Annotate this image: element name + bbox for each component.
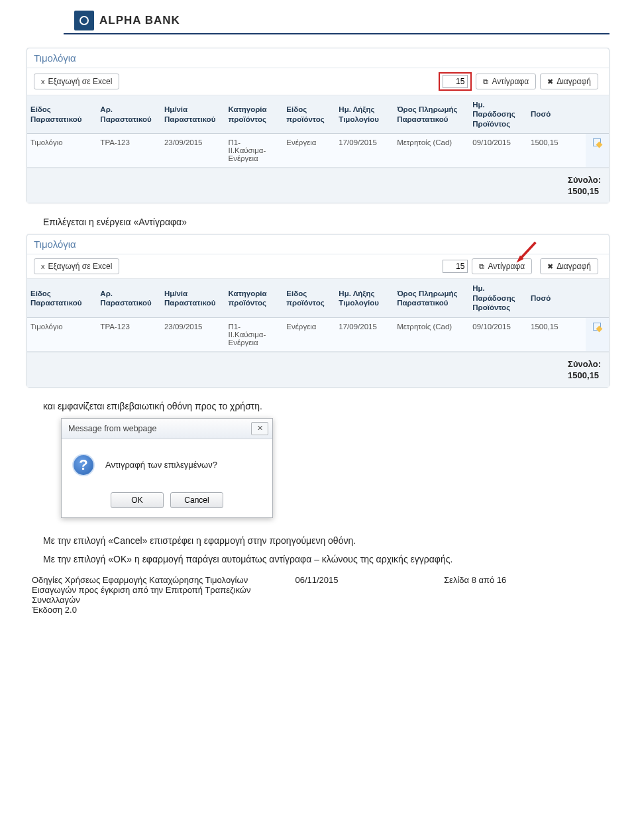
th-number[interactable]: Αρ. Παραστατικού	[97, 279, 161, 317]
edit-icon[interactable]	[593, 323, 601, 331]
footer-version: Έκδοση 2.0	[32, 605, 272, 615]
delete-label: Διαγραφή	[556, 262, 591, 271]
th-payment[interactable]: Όρος Πληρωμής Παραστατικού	[394, 95, 469, 134]
copy-label: Αντίγραφα	[488, 262, 525, 271]
text-select-action: Επιλέγεται η ενέργεια «Αντίγραφα»	[43, 215, 595, 229]
invoices-panel-2: Τιμολόγια x Εξαγωγή σε Excel ⧉ Αντίγραφα…	[26, 234, 610, 387]
invoices-table-1: Είδος Παραστατικού Αρ. Παραστατικού Ημ/ν…	[27, 95, 609, 168]
excel-icon: x	[41, 262, 45, 270]
export-label: Εξαγωγή σε Excel	[48, 262, 113, 271]
edit-icon[interactable]	[593, 138, 601, 146]
toolbar-2: x Εξαγωγή σε Excel ⧉ Αντίγραφα ✖ Διαγραφ…	[27, 254, 609, 279]
export-excel-button[interactable]: x Εξαγωγή σε Excel	[34, 74, 119, 89]
cell-expiry: 17/09/2015	[335, 317, 394, 351]
th-prodtype[interactable]: Είδος προϊόντος	[283, 95, 335, 134]
bank-logo	[74, 11, 94, 30]
text-ok-note: Με την επιλογή «ΟΚ» η εφαρμογή παράγει α…	[43, 552, 595, 566]
cell-number: TPA-123	[97, 134, 161, 168]
header-divider	[64, 33, 610, 34]
copy-button-2[interactable]: ⧉ Αντίγραφα	[472, 258, 532, 274]
th-date[interactable]: Ημ/νία Παραστατικού	[161, 279, 225, 317]
dialog-message: Αντιγραφή των επιλεγμένων?	[105, 460, 217, 470]
cell-payment: Μετρητοίς (Cad)	[394, 134, 469, 168]
text-dialog-intro: και εμφανίζεται επιβεβαιωτική οθόνη προς…	[43, 399, 595, 413]
question-icon: ?	[72, 454, 95, 476]
cell-type: Τιμολόγιο	[27, 317, 97, 351]
copy-icon: ⧉	[483, 78, 488, 86]
copy-label: Αντίγραφα	[492, 77, 529, 86]
th-number[interactable]: Αρ. Παραστατικού	[97, 95, 161, 134]
cell-amount: 1500,15	[527, 134, 586, 168]
copies-highlight	[439, 72, 472, 91]
total-label: Σύνολο:	[568, 175, 601, 185]
th-expiry[interactable]: Ημ. Λήξης Τιμολογίου	[335, 95, 394, 134]
copy-button-1[interactable]: ⧉ Αντίγραφα	[476, 74, 536, 89]
delete-icon: ✖	[547, 78, 553, 86]
cell-expiry: 17/09/2015	[335, 134, 394, 168]
cell-delivery: 09/10/2015	[469, 134, 527, 168]
dialog-ok-button[interactable]: OK	[111, 492, 164, 508]
delete-button-2[interactable]: ✖ Διαγραφή	[540, 258, 598, 274]
panel-title-2: Τιμολόγια	[27, 235, 609, 254]
total-row-2: Σύνολο: 1500,15	[27, 352, 609, 387]
export-excel-button-2[interactable]: x Εξαγωγή σε Excel	[34, 258, 119, 274]
cell-prodcat: Π1- ΙΙ.Καύσιμα- Ενέργεια	[225, 134, 284, 168]
th-prodcat[interactable]: Κατηγορία προϊόντος	[225, 279, 284, 317]
cell-type: Τιμολόγιο	[27, 134, 97, 168]
th-type[interactable]: Είδος Παραστατικού	[27, 95, 97, 134]
total-value: 1500,15	[568, 370, 601, 380]
cell-date: 23/09/2015	[161, 134, 225, 168]
cell-delivery: 09/10/2015	[469, 317, 527, 351]
cell-date: 23/09/2015	[161, 317, 225, 351]
footer-doc-title: Οδηγίες Χρήσεως Εφαρμογής Καταχώρησης Τι…	[32, 575, 272, 605]
th-amount[interactable]: Ποσό	[527, 95, 586, 134]
copy-icon: ⧉	[479, 262, 484, 271]
cell-amount: 1500,15	[527, 317, 586, 351]
dialog-title-text: Message from webpage	[68, 424, 156, 433]
footer-page: Σελίδα 8 από 16	[444, 575, 604, 615]
footer-date: 06/11/2015	[295, 575, 421, 615]
dialog-close-button[interactable]: ✕	[251, 422, 268, 435]
th-expiry[interactable]: Ημ. Λήξης Τιμολογίου	[335, 279, 394, 317]
delete-icon: ✖	[547, 262, 553, 271]
page-footer: Οδηγίες Χρήσεως Εφαρμογής Καταχώρησης Τι…	[32, 575, 604, 615]
copies-input-2[interactable]	[443, 260, 468, 273]
bank-name: ALPHA BANK	[99, 14, 180, 27]
cell-prodcat: Π1- ΙΙ.Καύσιμα- Ενέργεια	[225, 317, 284, 351]
th-date[interactable]: Ημ/νία Παραστατικού	[161, 95, 225, 134]
th-delivery[interactable]: Ημ. Παράδοσης Προϊόντος	[469, 95, 527, 134]
panel-title: Τιμολόγια	[27, 48, 609, 68]
toolbar: x Εξαγωγή σε Excel ⧉ Αντίγραφα ✖ Διαγραφ…	[27, 68, 609, 95]
th-type[interactable]: Είδος Παραστατικού	[27, 279, 97, 317]
delete-label: Διαγραφή	[556, 77, 591, 86]
invoices-panel-1: Τιμολόγια x Εξαγωγή σε Excel ⧉ Αντίγραφα…	[26, 48, 610, 203]
text-cancel-note: Με την επιλογή «Cancel» επιστρέφει η εφα…	[43, 534, 595, 547]
dialog-cancel-button[interactable]: Cancel	[170, 492, 223, 508]
th-prodcat[interactable]: Κατηγορία προϊόντος	[225, 95, 284, 134]
dialog-titlebar: Message from webpage ✕	[62, 419, 272, 439]
export-label: Εξαγωγή σε Excel	[48, 77, 113, 86]
delete-button-1[interactable]: ✖ Διαγραφή	[540, 74, 598, 89]
table-row[interactable]: Τιμολόγιο TPA-123 23/09/2015 Π1- ΙΙ.Καύσ…	[27, 317, 609, 351]
invoices-table-2: Είδος Παραστατικού Αρ. Παραστατικού Ημ/ν…	[27, 279, 609, 351]
confirm-dialog: Message from webpage ✕ ? Αντιγραφή των ε…	[61, 418, 273, 518]
cell-prodtype: Ενέργεια	[283, 134, 335, 168]
brand-header: ALPHA BANK	[74, 11, 610, 30]
th-amount[interactable]: Ποσό	[527, 279, 586, 317]
th-prodtype[interactable]: Είδος προϊόντος	[283, 279, 335, 317]
table-row[interactable]: Τιμολόγιο TPA-123 23/09/2015 Π1- ΙΙ.Καύσ…	[27, 134, 609, 168]
total-label: Σύνολο:	[568, 359, 601, 369]
copies-input-1[interactable]	[443, 75, 468, 88]
cell-number: TPA-123	[97, 317, 161, 351]
th-payment[interactable]: Όρος Πληρωμής Παραστατικού	[394, 279, 469, 317]
excel-icon: x	[41, 78, 45, 85]
arrow-annotation: ⧉ Αντίγραφα	[472, 258, 536, 274]
total-value: 1500,15	[568, 186, 601, 196]
cell-prodtype: Ενέργεια	[283, 317, 335, 351]
total-row-1: Σύνολο: 1500,15	[27, 168, 609, 203]
cell-payment: Μετρητοίς (Cad)	[394, 317, 469, 351]
th-delivery[interactable]: Ημ. Παράδοσης Προϊόντος	[469, 279, 527, 317]
